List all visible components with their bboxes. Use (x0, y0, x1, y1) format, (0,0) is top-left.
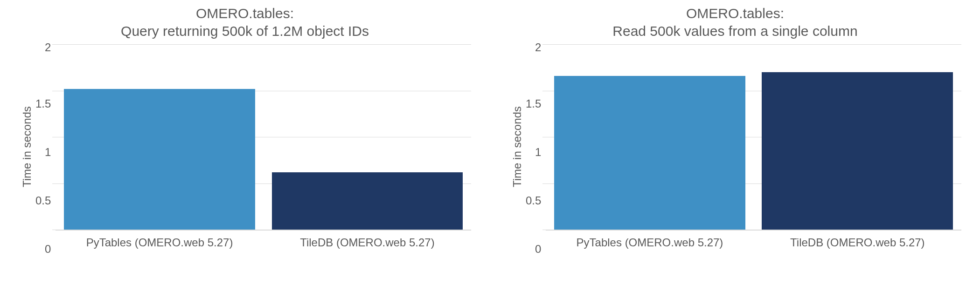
bar-pytables (554, 76, 745, 230)
plot-column: PyTables (OMERO.web 5.27) TileDB (OMERO.… (546, 44, 961, 249)
x-labels: PyTables (OMERO.web 5.27) TileDB (OMERO.… (546, 231, 961, 249)
y-tick: 1.5 (526, 98, 541, 109)
x-label: PyTables (OMERO.web 5.27) (56, 236, 263, 249)
chart-panel-1: OMERO.tables: Read 500k values from a si… (509, 5, 961, 280)
chart-panel-0: OMERO.tables: Query returning 500k of 1.… (19, 5, 471, 280)
y-tick: 0 (535, 244, 541, 255)
chart-title: OMERO.tables: Read 500k values from a si… (612, 5, 857, 40)
bars (56, 44, 471, 230)
y-tick: 1.5 (35, 98, 51, 109)
chart-title: OMERO.tables: Query returning 500k of 1.… (121, 5, 369, 40)
y-tick: 1 (45, 147, 51, 158)
bar-tiledb (272, 172, 463, 230)
bars (546, 44, 961, 230)
chart-body: Time in seconds 2 1.5 1 0.5 0 (19, 44, 471, 249)
plot-area (56, 44, 471, 231)
x-label: TileDB (OMERO.web 5.27) (754, 236, 961, 249)
title-line1: OMERO.tables: (686, 6, 784, 21)
y-tick: 2 (45, 42, 51, 53)
y-tick: 0.5 (35, 195, 51, 206)
y-ticks: 2 1.5 1 0.5 0 (35, 44, 56, 249)
y-axis-label: Time in seconds (509, 44, 526, 249)
y-tick: 0.5 (526, 195, 541, 206)
x-labels: PyTables (OMERO.web 5.27) TileDB (OMERO.… (56, 231, 471, 249)
title-line2: Read 500k values from a single column (612, 23, 857, 39)
y-tick: 2 (535, 42, 541, 53)
y-axis-label: Time in seconds (19, 44, 35, 249)
y-tick: 0 (45, 244, 51, 255)
title-line2: Query returning 500k of 1.2M object IDs (121, 23, 369, 39)
y-tick: 1 (535, 147, 541, 158)
x-label: PyTables (OMERO.web 5.27) (546, 236, 753, 249)
bar-tiledb (762, 72, 953, 230)
y-ticks: 2 1.5 1 0.5 0 (526, 44, 546, 249)
chart-body: Time in seconds 2 1.5 1 0.5 0 (509, 44, 961, 249)
title-line1: OMERO.tables: (196, 6, 294, 21)
plot-column: PyTables (OMERO.web 5.27) TileDB (OMERO.… (56, 44, 471, 249)
plot-area (546, 44, 961, 231)
x-label: TileDB (OMERO.web 5.27) (264, 236, 471, 249)
bar-pytables (64, 89, 255, 230)
